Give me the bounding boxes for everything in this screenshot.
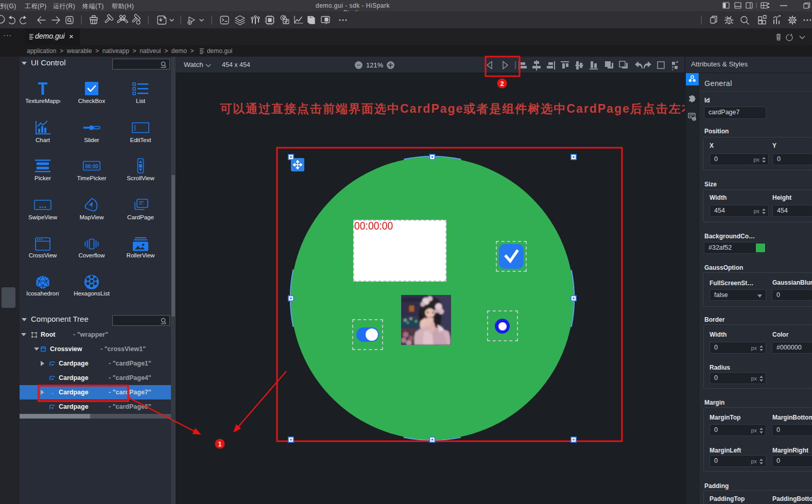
svg-text:00:00: 00:00	[85, 164, 98, 169]
svg-text:i: i	[694, 117, 695, 121]
